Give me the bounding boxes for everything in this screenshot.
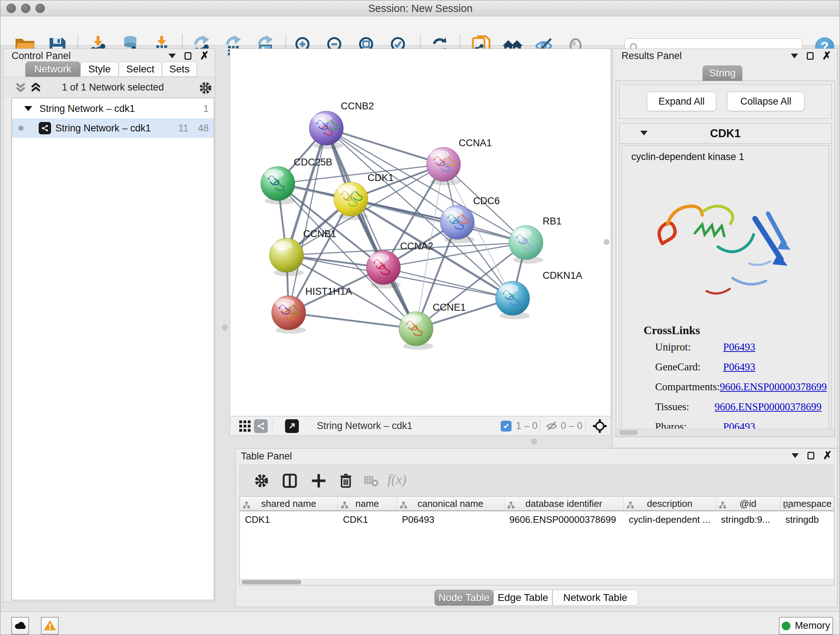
- string-results-container: Expand All Collapse All CDK1 cyclin-depe…: [616, 81, 835, 437]
- crosslinks-heading: CrossLinks: [644, 324, 700, 337]
- column-header-namespace[interactable]: namespace: [780, 497, 834, 510]
- tab-network[interactable]: Network: [25, 62, 80, 77]
- show-columns-icon[interactable]: [282, 473, 298, 490]
- cloud-status-button[interactable]: [11, 617, 29, 635]
- add-column-icon[interactable]: [311, 473, 327, 490]
- tab-edge-table[interactable]: Edge Table: [493, 590, 553, 606]
- left-splitter-handle[interactable]: [222, 325, 227, 330]
- column-type-icon: [243, 500, 250, 511]
- expand-all-button[interactable]: Expand All: [647, 92, 716, 111]
- network-label: String Network – cdk1: [55, 123, 151, 134]
- table-cell[interactable]: stringdb: [780, 511, 834, 527]
- tab-select[interactable]: Select: [118, 62, 162, 77]
- network-list: String Network – cdk1 1 String Network –…: [11, 98, 214, 600]
- memory-button[interactable]: Memory: [779, 617, 833, 635]
- fit-content-crosshair-icon[interactable]: [592, 416, 607, 435]
- clear-table-icon-disabled: [364, 476, 379, 489]
- float-panel-icon[interactable]: [807, 452, 814, 459]
- float-panel-icon[interactable]: [807, 52, 813, 60]
- cytoscape-window: { "window": {"title": "Session: New Sess…: [0, 0, 840, 635]
- expand-collapse-bar: Expand All Collapse All: [619, 84, 832, 119]
- bottom-splitter-handle[interactable]: [531, 439, 537, 444]
- column-header-database-identifier[interactable]: database identifier: [504, 497, 624, 510]
- footer-divider: [585, 419, 586, 433]
- network-graph[interactable]: CCNB2CCNA1CDC25BCDK1CDC6RB1CCNB1CCNA2CDK…: [230, 49, 611, 416]
- column-header-canonical-name[interactable]: canonical name: [397, 497, 504, 510]
- network-edge[interactable]: [326, 128, 444, 165]
- network-row[interactable]: String Network – cdk1 11 48: [12, 119, 214, 138]
- results-panel: Results Panel ✗ String Expand All Collap…: [613, 49, 837, 448]
- column-header-shared-name[interactable]: shared name: [240, 497, 338, 510]
- node-label-CDK1: CDK1: [368, 172, 393, 183]
- tab-style[interactable]: Style: [80, 62, 118, 77]
- collapse-panel-icon[interactable]: [791, 54, 798, 58]
- warning-status-button[interactable]: [41, 617, 58, 635]
- main-toolbar: ?: [0, 16, 840, 46]
- control-panel-title: Control Panel: [11, 50, 71, 62]
- table-settings-gear-icon[interactable]: [254, 473, 269, 489]
- collapse-panel-icon[interactable]: [791, 453, 799, 458]
- tab-sets[interactable]: Sets: [162, 62, 197, 77]
- view-share-icon[interactable]: [254, 416, 268, 435]
- crosslink-link[interactable]: 9606.ENSP00000378699: [720, 381, 827, 393]
- open-in-browser-button[interactable]: [285, 416, 299, 435]
- results-hscrollbar[interactable]: [616, 429, 835, 437]
- network-edge[interactable]: [326, 128, 416, 329]
- collection-expand-icon[interactable]: [24, 106, 32, 111]
- results-hscrollbar-thumb[interactable]: [619, 430, 638, 435]
- crosslink-label: GeneCard:: [655, 361, 723, 373]
- crosslink-link[interactable]: P06493: [723, 341, 755, 353]
- node-label-CCNB1: CCNB1: [303, 228, 336, 239]
- close-panel-icon[interactable]: ✗: [823, 451, 832, 459]
- tab-node-table[interactable]: Node Table: [434, 590, 493, 606]
- gene-name: CDK1: [619, 127, 831, 140]
- status-bar: Memory: [0, 611, 840, 635]
- table-cell[interactable]: P06493: [397, 511, 504, 527]
- gene-section-header[interactable]: CDK1: [619, 124, 831, 144]
- node-gloss: [264, 169, 284, 179]
- hidden-eye-slash-icon[interactable]: [546, 416, 558, 435]
- node-table: shared namenamecanonical namedatabase id…: [240, 496, 834, 585]
- collapse-all-button[interactable]: Collapse All: [727, 92, 805, 111]
- float-panel-icon[interactable]: [185, 52, 191, 60]
- window-title: Session: New Session: [0, 0, 840, 16]
- node-gloss: [512, 228, 532, 238]
- table-row[interactable]: CDK1CDK1P064939606.ENSP00000378699cyclin…: [240, 511, 834, 527]
- collection-count: 1: [203, 103, 209, 114]
- network-edge[interactable]: [289, 313, 416, 329]
- table-panel-title: Table Panel: [241, 451, 292, 462]
- collapse-panel-icon[interactable]: [169, 54, 176, 58]
- node-label-CCNE1: CCNE1: [433, 302, 466, 313]
- table-cell[interactable]: stringdb:9...: [716, 511, 780, 527]
- control-panel-tabs: Network Style Select Sets: [25, 62, 197, 77]
- table-cell[interactable]: CDK1: [240, 511, 338, 527]
- tab-network-table[interactable]: Network Table: [553, 590, 638, 606]
- right-splitter-handle[interactable]: [604, 239, 609, 245]
- table-header-row: shared namenamecanonical namedatabase id…: [240, 497, 834, 511]
- node-gloss: [444, 208, 463, 217]
- column-header-description[interactable]: description: [624, 497, 716, 510]
- network-options-gear-icon[interactable]: [199, 81, 212, 96]
- table-hscrollbar-thumb[interactable]: [242, 580, 302, 584]
- node-label-CCNA2: CCNA2: [400, 241, 433, 252]
- crosslink-link[interactable]: P06493: [723, 361, 755, 373]
- close-panel-icon[interactable]: ✗: [200, 52, 209, 60]
- network-collection-row[interactable]: String Network – cdk1 1: [12, 99, 214, 119]
- column-type-icon: [719, 500, 726, 511]
- tab-string[interactable]: String: [703, 65, 742, 81]
- selected-checkbox[interactable]: [501, 416, 512, 435]
- view-grid-icon[interactable]: [239, 416, 251, 435]
- crosslink-link[interactable]: 9606.ENSP00000378699: [714, 401, 821, 413]
- column-header-name[interactable]: name: [338, 497, 397, 510]
- table-hscrollbar[interactable]: [240, 579, 834, 585]
- network-edge[interactable]: [289, 128, 326, 313]
- close-panel-icon[interactable]: ✗: [822, 52, 831, 60]
- table-cell[interactable]: CDK1: [338, 511, 397, 527]
- column-header-@id[interactable]: @id: [716, 497, 780, 510]
- table-cell[interactable]: 9606.ENSP00000378699: [504, 511, 624, 527]
- table-cell[interactable]: cyclin-dependent ...: [624, 511, 716, 527]
- delete-column-trash-icon[interactable]: [338, 473, 354, 490]
- selected-count-badge: 1 – 0: [516, 416, 538, 435]
- node-label-CCNA1: CCNA1: [459, 138, 492, 149]
- network-canvas[interactable]: CCNB2CCNA1CDC25BCDK1CDC6RB1CCNB1CCNA2CDK…: [230, 49, 611, 416]
